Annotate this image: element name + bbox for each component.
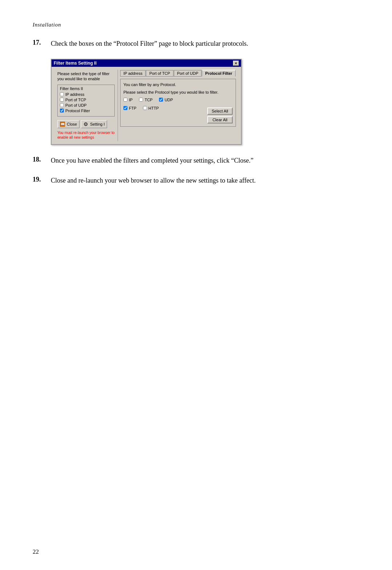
left-panel-description: Please select the type of filter you wou…	[57, 71, 115, 82]
protocol-row-2-items: FTP HTTP	[123, 106, 159, 111]
setting-button-label: Setting I	[90, 122, 105, 126]
filter-group-label: Filter Items II	[60, 86, 112, 91]
checkbox-port-tcp[interactable]: Port of TCP	[60, 98, 112, 102]
right-action-buttons: Select All Clear All	[207, 107, 233, 123]
checkbox-udp-input[interactable]	[159, 98, 163, 102]
close-button[interactable]: 📖 Close	[57, 120, 79, 128]
checkbox-port-udp-input[interactable]	[60, 103, 64, 107]
checkbox-ftp-input[interactable]	[123, 106, 127, 110]
section-label: Installation	[33, 22, 359, 28]
checkbox-port-udp[interactable]: Port of UDP	[60, 103, 112, 107]
protocol-desc-line2: Please select the Protocol type you woul…	[123, 90, 233, 95]
tab-protocol-filter[interactable]: Protocol Filter	[202, 70, 236, 77]
step-18: 18. Once you have enabled the filters an…	[33, 156, 359, 166]
step-17-number: 17.	[33, 39, 51, 49]
tab-port-tcp[interactable]: Port of TCP	[146, 70, 173, 77]
dialog-body: Please select the type of filter you wou…	[52, 67, 241, 144]
protocol-row-2: FTP HTTP	[123, 106, 159, 114]
dialog-close-button[interactable]: ×	[233, 61, 239, 66]
checkbox-ip-input[interactable]	[123, 98, 127, 102]
checkbox-port-udp-label: Port of UDP	[65, 103, 87, 107]
checkbox-protocol-filter-label: Protocol Filter	[65, 109, 90, 113]
dialog-right-panel: IP address Port of TCP Port of UDP Proto…	[118, 70, 238, 141]
step-17: 17. Check the boxes on the “Protocol Fil…	[33, 39, 359, 49]
step-18-number: 18.	[33, 156, 51, 166]
checkbox-http-label: HTTP	[148, 106, 159, 110]
checkbox-ftp[interactable]: FTP	[123, 106, 136, 110]
checkbox-tcp-label: TCP	[144, 98, 152, 102]
checkbox-port-tcp-label: Port of TCP	[65, 98, 86, 102]
step-19-number: 19.	[33, 176, 51, 186]
checkbox-protocol-filter-input[interactable]	[60, 109, 64, 113]
checkbox-udp[interactable]: UDP	[159, 98, 173, 102]
protocol-desc-line1: You can filter by any Protocol.	[123, 82, 233, 87]
tab-ip-address[interactable]: IP address	[120, 70, 146, 77]
checkbox-ip[interactable]: IP	[123, 98, 132, 102]
dialog-titlebar: Filter Items Setting II ×	[52, 60, 241, 67]
checkbox-ip-address[interactable]: IP address	[60, 92, 112, 97]
tab-port-udp[interactable]: Port of UDP	[174, 70, 202, 77]
settings-icon: ⚙	[83, 121, 88, 127]
tab-bar: IP address Port of TCP Port of UDP Proto…	[120, 70, 236, 77]
page: Installation 17. Check the boxes on the …	[0, 0, 392, 217]
step-19-text: Close and re-launch your web browser to …	[51, 176, 256, 186]
step-18-text: Once you have enabled the filters and co…	[51, 156, 253, 166]
clear-all-button[interactable]: Clear All	[207, 116, 233, 123]
filter-items-group: Filter Items II IP address Port of TCP P…	[57, 85, 115, 117]
checkbox-ip-address-label: IP address	[65, 92, 84, 97]
checkbox-port-tcp-input[interactable]	[60, 98, 64, 102]
checkbox-tcp[interactable]: TCP	[139, 98, 152, 102]
checkbox-tcp-input[interactable]	[139, 98, 143, 102]
dialog-left-panel: Please select the type of filter you wou…	[54, 70, 118, 141]
step-19: 19. Close and re-launch your web browser…	[33, 176, 359, 186]
checkbox-http[interactable]: HTTP	[143, 106, 159, 110]
close-button-label: Close	[67, 122, 77, 126]
setting-button[interactable]: ⚙ Setting I	[81, 120, 107, 128]
step-17-text: Check the boxes on the “Protocol Filter”…	[51, 39, 248, 49]
filter-dialog: Filter Items Setting II × Please select …	[51, 59, 242, 145]
checkbox-ip-label: IP	[129, 98, 132, 102]
book-icon: 📖	[60, 122, 65, 127]
tab-content-protocol-filter: You can filter by any Protocol. Please s…	[120, 79, 236, 127]
warning-text: You must re-launch your browser to enabl…	[57, 130, 115, 140]
dialog-title: Filter Items Setting II	[54, 61, 97, 66]
bottom-buttons: 📖 Close ⚙ Setting I	[57, 120, 115, 128]
checkbox-protocol-filter[interactable]: Protocol Filter	[60, 109, 112, 113]
protocol-row-1: IP TCP UDP	[123, 98, 233, 103]
checkbox-udp-label: UDP	[164, 98, 173, 102]
select-all-button[interactable]: Select All	[207, 107, 233, 115]
checkbox-http-input[interactable]	[143, 106, 147, 110]
dialog-wrapper: Filter Items Setting II × Please select …	[51, 59, 359, 145]
checkbox-ftp-label: FTP	[129, 106, 136, 110]
checkbox-ip-address-input[interactable]	[60, 92, 64, 96]
page-number: 22	[33, 548, 39, 555]
